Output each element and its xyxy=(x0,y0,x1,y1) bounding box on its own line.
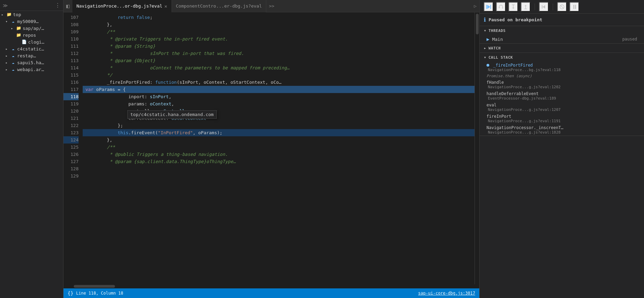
thread-main[interactable]: ▶ Main paused xyxy=(480,35,644,43)
info-icon: ℹ xyxy=(484,16,486,23)
callstack-item-4[interactable]: eval NavigationProce...g.js?eval:1207 xyxy=(480,102,644,113)
svg-rect-15 xyxy=(573,5,574,9)
folder-icon: 📁 xyxy=(16,25,21,31)
tree-label: my50009… xyxy=(17,19,39,24)
sidebar-item-my50009[interactable]: ▾ ☁ my50009… xyxy=(0,18,63,25)
tree-arrow: ▸ xyxy=(11,26,16,30)
active-frame-indicator xyxy=(487,64,489,67)
toolbar-separator-2 xyxy=(553,3,553,10)
tree-label: webapi.ar… xyxy=(17,67,44,72)
callstack-item-6[interactable]: NavigationProcessor._inscreenT… Navigati… xyxy=(480,124,644,136)
tree-arrow: ▸ xyxy=(5,54,10,58)
code-line-114: * @param {Object} xyxy=(83,57,475,64)
code-line-120: params: oContext, xyxy=(83,100,475,107)
callstack-item-3[interactable]: handleDeferrableEvent EventProcessor-dbg… xyxy=(480,90,644,102)
step-into-button[interactable] xyxy=(508,2,518,12)
vertical-scrollbar[interactable] xyxy=(475,12,479,284)
tree-arrow: ▸ xyxy=(5,61,10,65)
sidebar-item-restap[interactable]: ▸ ☁ restap… xyxy=(0,52,63,59)
callstack-fn: handleDeferrableEvent xyxy=(487,91,539,96)
code-line-112: * @param {String} xyxy=(83,43,475,50)
callstack-item-0[interactable]: _fireInPortFired NavigationProce...bg.js… xyxy=(480,62,644,73)
svg-marker-9 xyxy=(525,5,527,6)
disconnect-button[interactable] xyxy=(570,2,579,12)
tree-label: restap… xyxy=(17,53,36,58)
section-expand-arrow: ▾ xyxy=(484,28,487,33)
code-content[interactable]: return false; }, /** * @private Triggers… xyxy=(83,12,475,284)
close-tab-icon[interactable]: ✕ xyxy=(164,3,167,9)
editor-area: ◧ NavigationProce...or-dbg.js?eval ✕ Com… xyxy=(63,0,479,298)
status-left: {} Line 118, Column 18 xyxy=(68,290,123,296)
deactivate-button[interactable] xyxy=(557,2,567,12)
code-line-125: }, xyxy=(83,136,475,144)
watch-section-label: Watch xyxy=(489,46,501,50)
sidebar-item-webapi[interactable]: ▸ ☁ webapi.ar… xyxy=(0,66,63,73)
svg-rect-12 xyxy=(542,5,542,9)
cloud-icon: ☁ xyxy=(10,46,16,51)
tab-navigation-proce[interactable]: NavigationProce...or-dbg.js?eval ✕ xyxy=(72,0,172,12)
callstack-item-5[interactable]: fireInPort NavigationProce...g.js?eval:1… xyxy=(480,113,644,124)
tab-component-control[interactable]: ComponentContro...er-dbg.js?eval xyxy=(172,0,266,12)
sidebar-menu-icon[interactable]: ⋮ xyxy=(55,2,60,9)
tree-arrow: ▸ xyxy=(5,47,10,51)
sidebar-item-sapui5ha[interactable]: ▸ ☁ sapui5.ha… xyxy=(0,59,63,66)
thread-status: paused xyxy=(622,37,637,42)
tree-label: sap/ap/… xyxy=(23,26,44,31)
status-position: Line 118, Column 18 xyxy=(76,291,123,296)
callstack-section-header[interactable]: ▾ Call Stack xyxy=(480,53,644,62)
callstack-section-label: Call Stack xyxy=(489,55,513,60)
code-line-107: return false; xyxy=(83,14,475,21)
step-back-button[interactable] xyxy=(539,2,549,12)
nav-left: ◧ xyxy=(63,3,72,9)
step-out-button[interactable] xyxy=(521,2,530,12)
sidebar-item-clogi[interactable]: 📄 clogi… xyxy=(0,38,63,45)
section-expand-arrow: ▾ xyxy=(484,55,487,60)
threads-section-header[interactable]: ▾ Threads xyxy=(480,26,644,35)
svg-marker-0 xyxy=(487,5,490,9)
tab-overflow-button[interactable]: >> xyxy=(266,3,277,9)
code-editor: 107 108 109 110 111 112 113 114 115 116 … xyxy=(63,12,479,284)
svg-rect-2 xyxy=(486,5,487,9)
tree-arrow: ▸ xyxy=(1,13,6,16)
horizontal-scrollbar[interactable] xyxy=(63,284,479,288)
code-line-115: * oContext the parameters to be mapped f… xyxy=(83,64,475,71)
thread-active-icon: ▶ xyxy=(487,36,489,42)
sidebar-item-sap-ap[interactable]: ▸ 📁 sap/ap/… xyxy=(0,25,63,32)
code-line-108: }, xyxy=(83,21,475,28)
toolbar-separator xyxy=(535,3,535,10)
continue-button[interactable] xyxy=(484,2,493,12)
callstack-fn: _fireInPortFired xyxy=(487,63,533,68)
callstack-loc: NavigationProce...g.js?eval:1191 xyxy=(487,119,637,123)
nav-back-icon[interactable]: ◧ xyxy=(66,3,70,9)
sidebar-item-repos[interactable]: 📁 repos xyxy=(0,32,63,38)
status-bar: {} Line 118, Column 18 sap-ui-core-dbg.j… xyxy=(63,288,479,298)
code-line-111: * @private Triggers the in-port fired ev… xyxy=(83,35,475,43)
tree-label: top xyxy=(13,12,21,17)
code-line-124: this.fireEvent("InPortFired", oParams); xyxy=(83,129,475,136)
code-line-119: inport: sInPort, xyxy=(83,93,475,100)
run-script-button[interactable]: ▷ xyxy=(471,3,479,9)
watch-section: ▸ Watch xyxy=(480,44,644,53)
sidebar-item-top[interactable]: ▸ 📁 top xyxy=(0,11,63,18)
thread-name: Main xyxy=(492,37,619,42)
right-panel: ℹ Paused on breakpoint ▾ Threads ▶ Main … xyxy=(479,0,644,298)
scrollbar-thumb[interactable] xyxy=(476,14,479,34)
sidebar-item-c4cstatic[interactable]: ▸ ☁ c4cstatic… xyxy=(0,45,63,52)
code-line-116: */ xyxy=(83,71,475,79)
code-line-128: * @public Triggers a thing-based navigat… xyxy=(83,151,475,158)
breakpoint-notice: ℹ Paused on breakpoint xyxy=(480,14,644,26)
sidebar: ≫ ⋮ ▸ 📁 top ▾ ☁ my50009… ▸ 📁 sap/ap/… 📁 … xyxy=(0,0,63,298)
code-line-113: * sInPort the in-port that was fired. xyxy=(83,50,475,57)
tree-arrow: ▾ xyxy=(5,20,10,23)
collapse-sidebar-icon[interactable]: ≫ xyxy=(3,3,8,8)
callstack-item-2[interactable]: fHandle NavigationProce...g.js?eval:1202 xyxy=(480,79,644,90)
callstack-loc: NavigationProce...g.js?eval:1828 xyxy=(487,130,637,135)
cloud-icon: ☁ xyxy=(10,60,16,65)
folder-icon: 📁 xyxy=(16,32,21,38)
line-numbers: 107 108 109 110 111 112 113 114 115 116 … xyxy=(63,12,83,284)
watch-section-header[interactable]: ▸ Watch xyxy=(480,44,644,53)
scrollbar-h-thumb[interactable] xyxy=(74,285,115,288)
status-link[interactable]: sap-ui-core-dbg.js:3017 xyxy=(418,291,475,296)
code-line-110: /** xyxy=(83,28,475,35)
step-over-button[interactable] xyxy=(496,2,506,12)
